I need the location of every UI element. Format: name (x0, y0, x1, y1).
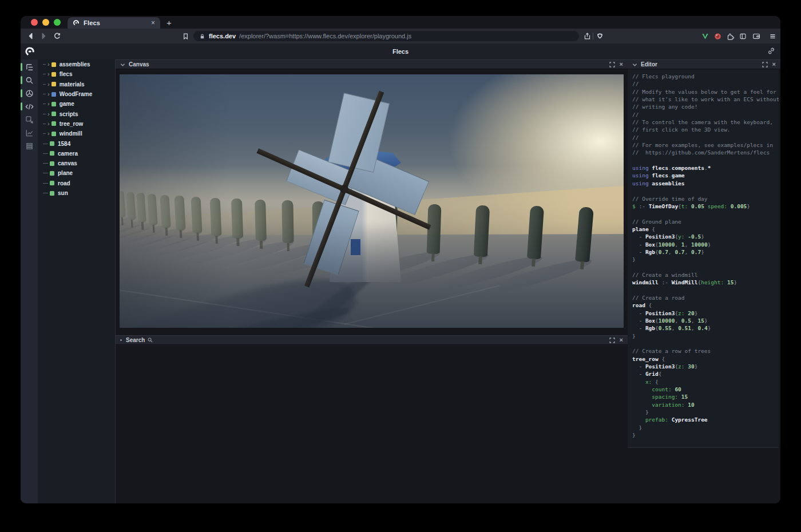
code-line: } (632, 256, 779, 263)
code-line: // Override time of day (632, 195, 779, 203)
tree-item-label: plane (58, 170, 73, 176)
rail-chart-icon[interactable] (21, 128, 38, 137)
tree-item-plane[interactable]: plane (38, 168, 115, 178)
entity-color-swatch (51, 132, 56, 136)
chevron-down-icon[interactable] (120, 62, 125, 67)
page-title: Flecs (21, 43, 780, 59)
code-line: // https://github.com/SanderMertens/flec… (632, 149, 779, 156)
expand-chevron-icon[interactable]: › (47, 130, 50, 137)
url-bar[interactable]: flecs.dev /explorer/?wasm=https://www.fl… (193, 31, 579, 41)
tree-twig (43, 104, 46, 104)
tree-item-windmill[interactable]: ›windmill (38, 129, 115, 138)
tree-item-road[interactable]: road (38, 178, 115, 188)
tree-item-sun[interactable]: sun (38, 188, 115, 198)
3d-canvas-view[interactable] (120, 74, 624, 328)
forward-icon[interactable] (38, 30, 49, 42)
expand-chevron-icon[interactable]: › (47, 101, 50, 107)
search-panel-header: Search × (116, 335, 628, 345)
menu-icon[interactable] (767, 30, 778, 42)
tree-twig (43, 114, 46, 114)
code-line (632, 157, 779, 164)
sidebar-toggle-icon[interactable] (737, 30, 748, 42)
rail-code-icon[interactable] (21, 102, 38, 111)
tree-item-tree_row[interactable]: ›tree_row (38, 119, 115, 129)
tree-twig (43, 153, 48, 154)
tree-item-WoodFrame[interactable]: ›WoodFrame (38, 89, 115, 99)
expand-chevron-icon[interactable]: › (47, 91, 50, 97)
tab-close-icon[interactable]: × (151, 19, 155, 26)
wallet-icon[interactable] (751, 30, 762, 42)
panel-collapse-marker[interactable] (120, 339, 122, 341)
tree-twig (43, 124, 46, 124)
bookmark-icon[interactable] (180, 30, 191, 42)
expand-chevron-icon[interactable]: › (47, 81, 50, 88)
rail-rows-icon[interactable] (21, 141, 38, 150)
shield-icon[interactable] (594, 30, 605, 42)
code-line: } (632, 424, 779, 431)
entity-color-swatch (50, 191, 54, 196)
fullscreen-icon[interactable] (609, 338, 615, 343)
close-icon[interactable]: × (620, 337, 623, 343)
main-area: Canvas × (115, 59, 628, 503)
tree-item-game[interactable]: ›game (38, 99, 115, 109)
code-line: plane { (632, 225, 779, 233)
tree-item-canvas[interactable]: canvas (38, 158, 115, 168)
rail-inspect-icon[interactable] (21, 115, 38, 124)
entity-color-swatch (51, 62, 56, 67)
code-line: variation: 10 (632, 401, 779, 408)
entity-color-swatch (51, 82, 56, 86)
back-icon[interactable] (25, 30, 37, 42)
expand-chevron-icon[interactable]: › (47, 111, 50, 117)
code-line: // writing any code! (632, 103, 779, 110)
tree-item-1584[interactable]: 1584 (38, 138, 115, 148)
close-icon[interactable]: × (620, 61, 623, 68)
tree-item-assemblies[interactable]: ›assemblies (38, 59, 115, 69)
chevron-down-icon[interactable] (632, 62, 637, 67)
code-editor[interactable]: // Flecs playground//// Modify the value… (628, 69, 779, 448)
expand-chevron-icon[interactable]: › (47, 71, 50, 77)
favicon-flecs-icon (73, 19, 80, 26)
tree-item-scripts[interactable]: ›scripts (38, 109, 115, 118)
lock-icon (199, 33, 205, 39)
share-icon[interactable] (581, 30, 593, 42)
search-icon (148, 338, 153, 343)
tree-item-label: WoodFrame (60, 91, 93, 97)
rail-search-icon[interactable] (21, 76, 38, 85)
reload-icon[interactable] (51, 30, 63, 42)
rail-sphere-icon[interactable] (21, 89, 38, 98)
rail-hierarchy-icon[interactable] (21, 62, 38, 72)
tree-item-camera[interactable]: camera (38, 149, 115, 158)
entity-color-swatch (51, 121, 56, 126)
new-tab-button[interactable]: + (160, 18, 178, 29)
code-line: - Position3{z: 30} (632, 363, 779, 370)
close-icon[interactable]: × (772, 61, 776, 68)
expand-chevron-icon[interactable]: › (47, 61, 50, 68)
tree-item-label: assemblies (60, 61, 90, 68)
tree-twig (43, 94, 46, 94)
code-line: // Ground plane (632, 218, 779, 225)
share-link-icon[interactable] (767, 47, 775, 55)
code-line: } (632, 332, 779, 340)
browser-window: Flecs × + flecs.dev /explorer/?wasm=http… (21, 16, 780, 503)
tree-item-flecs[interactable]: ›flecs (38, 69, 115, 79)
tree-twig (43, 74, 46, 74)
zoom-window-button[interactable] (54, 19, 61, 26)
tree-item-label: game (60, 101, 74, 107)
code-line: // what it's like to work with an ECS wi… (632, 96, 779, 103)
expand-chevron-icon[interactable]: › (47, 121, 50, 127)
code-line: // (632, 134, 779, 141)
tree-twig (43, 183, 48, 184)
fullscreen-icon[interactable] (762, 62, 768, 68)
minimize-window-button[interactable] (42, 19, 49, 26)
tab-strip: Flecs × + (21, 16, 780, 29)
entity-color-swatch (51, 92, 56, 97)
entity-color-swatch (51, 72, 56, 77)
extensions-puzzle-icon[interactable] (724, 30, 736, 42)
extension-v-icon[interactable] (699, 30, 711, 42)
fullscreen-icon[interactable] (609, 62, 615, 68)
flecs-explorer-app: Flecs ›assemblies›flecs›materials›WoodFr… (21, 43, 780, 503)
close-window-button[interactable] (31, 19, 38, 26)
tree-item-materials[interactable]: ›materials (38, 80, 115, 89)
browser-tab[interactable]: Flecs × (68, 17, 160, 29)
extension-red-icon[interactable] (712, 30, 723, 42)
